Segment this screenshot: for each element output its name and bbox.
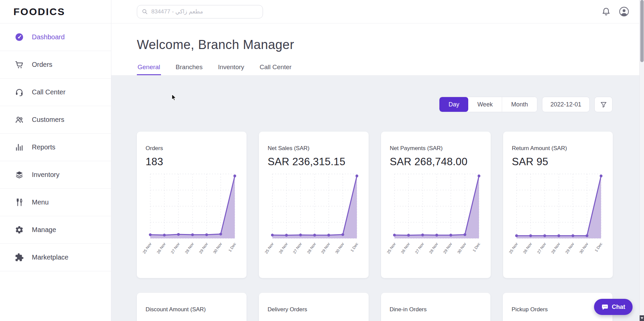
customers-icon xyxy=(15,115,24,124)
sidebar-nav: Dashboard Orders Call Center Customers R… xyxy=(0,24,111,271)
search-input[interactable] xyxy=(151,8,258,15)
svg-text:29 Nov: 29 Nov xyxy=(565,242,575,254)
sidebar-item-customers[interactable]: Customers xyxy=(0,106,111,134)
svg-text:26 Nov: 26 Nov xyxy=(156,242,166,254)
menu-icon xyxy=(15,198,24,207)
svg-text:27 Nov: 27 Nov xyxy=(170,242,180,254)
svg-text:29 Nov: 29 Nov xyxy=(442,242,452,254)
period-month[interactable]: Month xyxy=(502,97,537,112)
sidebar-item-inventory[interactable]: Inventory xyxy=(0,161,111,189)
page-title: Welcome, Branch Manager xyxy=(137,38,644,52)
page-header: Welcome, Branch Manager GeneralBranchesI… xyxy=(111,24,644,75)
avatar-icon xyxy=(619,6,629,17)
reports-icon xyxy=(15,143,24,152)
metric-chart: 25 Nov26 Nov27 Nov28 Nov29 Nov30 Nov1 De… xyxy=(146,172,238,271)
metric-value: SAR 95 xyxy=(512,156,604,168)
metric-card-dine-in-orders: Dine-in Orders xyxy=(381,293,491,321)
metric-title: Discount Amount (SAR) xyxy=(146,306,238,313)
sidebar-item-orders[interactable]: Orders xyxy=(0,51,111,79)
svg-text:26 Nov: 26 Nov xyxy=(400,242,410,254)
sidebar-item-label: Menu xyxy=(32,198,49,206)
sidebar-item-label: Inventory xyxy=(32,171,59,179)
metric-title: Pickup Orders xyxy=(512,306,604,313)
svg-text:25 Nov: 25 Nov xyxy=(142,242,152,254)
sidebar: Dashboard Orders Call Center Customers R… xyxy=(0,24,111,321)
svg-text:28 Nov: 28 Nov xyxy=(306,242,316,254)
bell-icon xyxy=(601,7,611,16)
sidebar-item-label: Orders xyxy=(32,61,52,68)
sidebar-item-reports[interactable]: Reports xyxy=(0,134,111,161)
svg-text:30 Nov: 30 Nov xyxy=(212,242,222,254)
metric-cards-row-1: Orders 183 25 Nov26 Nov27 Nov28 Nov29 No… xyxy=(137,132,612,278)
tab-general[interactable]: General xyxy=(137,63,161,75)
svg-text:27 Nov: 27 Nov xyxy=(292,242,302,254)
foodics-logo[interactable]: FOODICS xyxy=(13,6,65,17)
notifications-button[interactable] xyxy=(601,7,611,16)
manage-icon xyxy=(15,225,24,234)
tab-call-center[interactable]: Call Center xyxy=(259,63,292,75)
metric-value: SAR 236,315.15 xyxy=(268,156,360,168)
tab-inventory[interactable]: Inventory xyxy=(217,63,245,75)
date-picker[interactable]: 2022-12-01 xyxy=(542,97,590,112)
metric-title: Delivery Orders xyxy=(268,306,360,313)
call-center-icon xyxy=(15,88,24,97)
filter-funnel-icon xyxy=(600,101,607,108)
sidebar-item-label: Manage xyxy=(32,226,56,234)
metric-title: Dine-in Orders xyxy=(390,306,482,313)
main-area: Welcome, Branch Manager GeneralBranchesI… xyxy=(111,24,644,321)
dashboard-content: DayWeekMonth 2022-12-01 Orders 183 25 No… xyxy=(111,75,644,321)
logo-cell: FOODICS xyxy=(0,0,111,24)
svg-text:25 Nov: 25 Nov xyxy=(508,242,518,254)
svg-text:30 Nov: 30 Nov xyxy=(334,242,344,254)
profile-button[interactable] xyxy=(619,6,629,17)
metric-chart: 25 Nov26 Nov27 Nov28 Nov29 Nov30 Nov1 De… xyxy=(390,172,482,271)
svg-text:30 Nov: 30 Nov xyxy=(457,242,467,254)
chat-icon xyxy=(601,304,608,311)
scrollbar-down-button[interactable] xyxy=(640,315,644,321)
scroll-down-arrow-icon xyxy=(641,317,643,319)
sidebar-item-dashboard[interactable]: Dashboard xyxy=(0,24,111,51)
period-week[interactable]: Week xyxy=(468,97,502,112)
sidebar-item-menu[interactable]: Menu xyxy=(0,189,111,216)
search-box[interactable] xyxy=(137,5,263,18)
page-scrollbar xyxy=(639,0,644,321)
svg-text:1 Dec: 1 Dec xyxy=(594,242,603,253)
metric-card-return-amount-sar: Return Amount (SAR) SAR 95 25 Nov26 Nov2… xyxy=(503,132,613,278)
sidebar-item-marketplace[interactable]: Marketplace xyxy=(0,244,111,271)
metric-title: Orders xyxy=(146,145,238,152)
app-window: FOODICS Dashboard Orders Call Center Cus… xyxy=(0,0,644,321)
metric-value: 183 xyxy=(146,156,238,168)
svg-text:25 Nov: 25 Nov xyxy=(264,242,274,254)
sidebar-item-label: Call Center xyxy=(32,88,65,96)
tab-branches[interactable]: Branches xyxy=(175,63,203,75)
sidebar-item-label: Customers xyxy=(32,116,64,124)
svg-text:28 Nov: 28 Nov xyxy=(428,242,438,254)
orders-icon xyxy=(15,60,24,69)
sidebar-item-manage[interactable]: Manage xyxy=(0,216,111,244)
svg-text:27 Nov: 27 Nov xyxy=(414,242,424,254)
svg-text:30 Nov: 30 Nov xyxy=(579,242,589,254)
metric-card-delivery-orders: Delivery Orders xyxy=(259,293,369,321)
sidebar-item-call-center[interactable]: Call Center xyxy=(0,79,111,106)
filter-button[interactable] xyxy=(594,97,612,112)
svg-text:1 Dec: 1 Dec xyxy=(472,242,481,253)
filter-controls: DayWeekMonth 2022-12-01 xyxy=(137,97,612,112)
period-day[interactable]: Day xyxy=(439,97,468,112)
period-toggle: DayWeekMonth xyxy=(439,97,537,112)
metric-card-net-sales-sar: Net Sales (SAR) SAR 236,315.15 25 Nov26 … xyxy=(259,132,369,278)
svg-text:27 Nov: 27 Nov xyxy=(536,242,546,254)
topbar xyxy=(111,0,644,24)
svg-text:1 Dec: 1 Dec xyxy=(228,242,237,253)
metric-cards-row-2: Discount Amount (SAR) Delivery Orders Di… xyxy=(137,293,612,321)
sidebar-item-label: Reports xyxy=(32,143,55,151)
scrollbar-thumb[interactable] xyxy=(640,0,644,62)
svg-text:29 Nov: 29 Nov xyxy=(198,242,208,254)
metric-chart: 25 Nov26 Nov27 Nov28 Nov29 Nov30 Nov1 De… xyxy=(268,172,360,271)
metric-title: Return Amount (SAR) xyxy=(512,145,604,152)
topbar-actions xyxy=(601,6,629,17)
search-icon xyxy=(142,8,148,15)
svg-text:1 Dec: 1 Dec xyxy=(350,242,359,253)
metric-value: SAR 268,748.00 xyxy=(390,156,482,168)
chat-button[interactable]: Chat xyxy=(594,299,633,315)
metric-card-orders: Orders 183 25 Nov26 Nov27 Nov28 Nov29 No… xyxy=(137,132,247,278)
